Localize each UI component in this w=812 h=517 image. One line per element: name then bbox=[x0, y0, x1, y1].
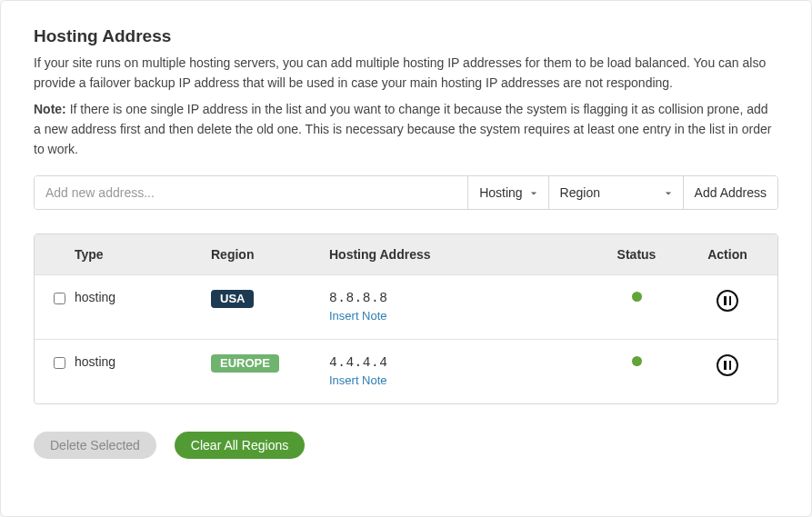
row-type: hosting bbox=[75, 290, 211, 304]
col-region: Region bbox=[211, 247, 329, 262]
type-dropdown-label: Hosting bbox=[479, 185, 522, 200]
page-title: Hosting Address bbox=[34, 26, 778, 46]
col-address: Hosting Address bbox=[329, 247, 586, 262]
table-header-row: Type Region Hosting Address Status Actio… bbox=[35, 234, 777, 274]
region-dropdown[interactable]: Region bbox=[548, 176, 683, 209]
row-select-checkbox[interactable] bbox=[54, 357, 65, 369]
table-row: hosting EUROPE 4.4.4.4 Insert Note bbox=[35, 339, 777, 403]
note-body: If there is one single IP address in the… bbox=[34, 102, 771, 155]
clear-all-regions-button[interactable]: Clear All Regions bbox=[175, 432, 305, 459]
row-type: hosting bbox=[75, 354, 211, 369]
footer-buttons: Delete Selected Clear All Regions bbox=[34, 432, 778, 459]
row-address: 8.8.8.8 bbox=[329, 291, 387, 305]
col-type: Type bbox=[75, 247, 211, 262]
add-address-bar: Hosting Region Add Address bbox=[34, 175, 778, 210]
region-badge: USA bbox=[211, 290, 254, 308]
new-address-input[interactable] bbox=[35, 176, 467, 209]
col-action: Action bbox=[687, 247, 768, 262]
col-status: Status bbox=[586, 247, 687, 262]
note-text: Note: If there is one single IP address … bbox=[34, 100, 778, 159]
row-address: 4.4.4.4 bbox=[329, 355, 387, 370]
region-badge: EUROPE bbox=[211, 354, 279, 373]
lead-text: If your site runs on multiple hosting se… bbox=[34, 54, 778, 93]
row-select-checkbox[interactable] bbox=[54, 293, 65, 304]
caret-down-icon bbox=[530, 185, 537, 200]
caret-down-icon bbox=[665, 185, 672, 200]
add-address-button[interactable]: Add Address bbox=[683, 176, 777, 209]
add-address-label: Add Address bbox=[695, 185, 767, 200]
pause-icon bbox=[724, 361, 731, 370]
note-label: Note: bbox=[34, 102, 66, 116]
hosting-address-panel: Hosting Address If your site runs on mul… bbox=[0, 0, 812, 517]
pause-button[interactable] bbox=[717, 354, 738, 376]
insert-note-link[interactable]: Insert Note bbox=[329, 309, 586, 323]
pause-button[interactable] bbox=[717, 290, 738, 312]
region-dropdown-label: Region bbox=[560, 185, 600, 200]
type-dropdown[interactable]: Hosting bbox=[467, 176, 547, 209]
status-up-icon bbox=[632, 356, 642, 366]
delete-selected-button[interactable]: Delete Selected bbox=[34, 432, 156, 459]
status-up-icon bbox=[632, 292, 642, 302]
table-row: hosting USA 8.8.8.8 Insert Note bbox=[35, 274, 777, 339]
insert-note-link[interactable]: Insert Note bbox=[329, 373, 586, 387]
address-table: Type Region Hosting Address Status Actio… bbox=[34, 234, 778, 404]
pause-icon bbox=[724, 296, 731, 305]
